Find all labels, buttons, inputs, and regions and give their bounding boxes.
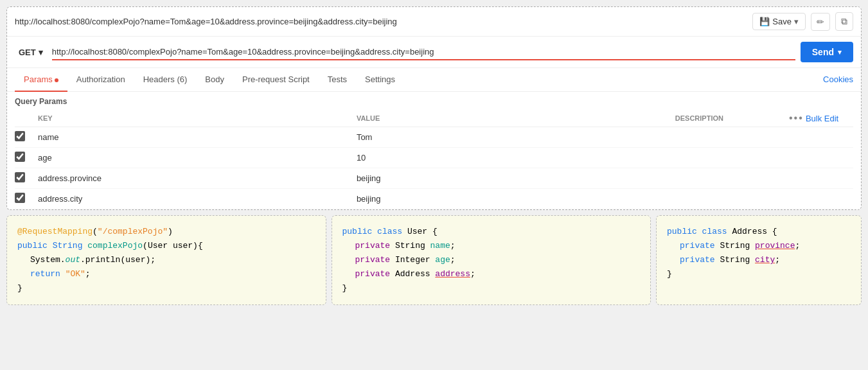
action-cell-0 (789, 127, 853, 148)
col-description: DESCRIPTION (675, 110, 789, 127)
code-line: public String complexPojo(User user){ (17, 239, 315, 253)
save-button[interactable]: 💾 Save ▾ (752, 13, 806, 30)
url-bar: GET ▾ Send ▾ (7, 37, 861, 68)
params-section: Query Params KEY VALUE DESCRIPTION ••• B… (7, 92, 861, 209)
checkbox-cell (15, 189, 38, 209)
tabs-bar: Params Authorization Headers (6) Body Pr… (7, 68, 861, 92)
tab-settings[interactable]: Settings (356, 68, 404, 92)
checkbox-cell (15, 148, 38, 168)
code-line: private String city; (667, 253, 851, 267)
bulk-edit-button[interactable]: Bulk Edit (806, 114, 838, 123)
value-cell-1: 10 (357, 148, 675, 168)
checkbox-cell (15, 127, 38, 148)
col-value: VALUE (357, 110, 675, 127)
row-checkbox-1[interactable] (15, 152, 25, 162)
title-url: http://localhost:8080/complexPojo?name=T… (15, 17, 397, 26)
more-options-button[interactable]: ••• (789, 112, 804, 124)
desc-cell-0 (675, 127, 789, 148)
row-checkbox-3[interactable] (15, 193, 25, 203)
tab-params[interactable]: Params (15, 68, 67, 92)
code-line: private String name; (342, 239, 641, 253)
code-line: public class User { (342, 225, 641, 239)
request-panel: http://localhost:8080/complexPojo?name=T… (6, 6, 862, 210)
code-line: System.out.println(user); (17, 253, 315, 267)
save-icon: 💾 (759, 17, 770, 26)
desc-cell-2 (675, 168, 789, 189)
action-cell-1 (789, 148, 853, 168)
code-line: } (342, 281, 641, 295)
desc-cell-3 (675, 189, 789, 209)
action-cell-2 (789, 168, 853, 189)
row-checkbox-2[interactable] (15, 172, 25, 182)
value-cell-2: beijing (357, 168, 675, 189)
method-chevron-icon: ▾ (39, 48, 43, 57)
copy-button[interactable]: ⧉ (835, 12, 853, 31)
key-cell-0: name (38, 127, 357, 148)
title-actions: 💾 Save ▾ ✏ ⧉ (752, 12, 853, 31)
key-cell-3: address.city (38, 189, 357, 209)
tab-cookies[interactable]: Cookies (823, 68, 853, 92)
tab-tests[interactable]: Tests (319, 68, 356, 92)
tab-prerequest[interactable]: Pre-request Script (233, 68, 319, 92)
action-cell-3 (789, 189, 853, 209)
params-dot (55, 78, 58, 82)
controller-code-box: @RequestMapping("/complexPojo") public S… (6, 215, 326, 305)
table-row: name Tom (15, 127, 853, 148)
key-cell-1: age (38, 148, 357, 168)
code-line: } (17, 281, 315, 295)
tab-authorization[interactable]: Authorization (67, 68, 134, 92)
params-table: KEY VALUE DESCRIPTION ••• Bulk Edit name… (15, 110, 853, 209)
table-row: address.city beijing (15, 189, 853, 209)
table-row: address.province beijing (15, 168, 853, 189)
code-line: } (667, 267, 851, 281)
method-select[interactable]: GET ▾ (15, 45, 47, 60)
tab-body[interactable]: Body (196, 68, 233, 92)
value-cell-0: Tom (357, 127, 675, 148)
code-line: return "OK"; (17, 267, 315, 281)
code-panels: @RequestMapping("/complexPojo") public S… (6, 215, 862, 305)
title-bar: http://localhost:8080/complexPojo?name=T… (7, 7, 861, 37)
method-label: GET (19, 48, 36, 57)
chevron-down-icon: ▾ (794, 17, 799, 26)
desc-cell-1 (675, 148, 789, 168)
code-line: private String province; (667, 239, 851, 253)
section-title: Query Params (15, 97, 853, 106)
url-input[interactable] (52, 44, 795, 60)
send-button[interactable]: Send ▾ (801, 42, 853, 62)
key-cell-2: address.province (38, 168, 357, 189)
code-line: public class Address { (667, 225, 851, 239)
tab-headers[interactable]: Headers (6) (134, 68, 197, 92)
value-cell-3: beijing (357, 189, 675, 209)
address-code-box: public class Address { private String pr… (656, 215, 862, 305)
send-chevron-icon: ▾ (838, 48, 842, 57)
user-code-box: public class User { private String name;… (332, 215, 651, 305)
code-line: private Address address; (342, 267, 641, 281)
table-row: age 10 (15, 148, 853, 168)
code-line: private Integer age; (342, 253, 641, 267)
checkbox-cell (15, 168, 38, 189)
col-key: KEY (38, 110, 357, 127)
edit-button[interactable]: ✏ (811, 13, 830, 31)
col-actions: ••• Bulk Edit (789, 110, 853, 127)
row-checkbox-0[interactable] (15, 131, 25, 141)
code-line: @RequestMapping("/complexPojo") (17, 225, 315, 239)
